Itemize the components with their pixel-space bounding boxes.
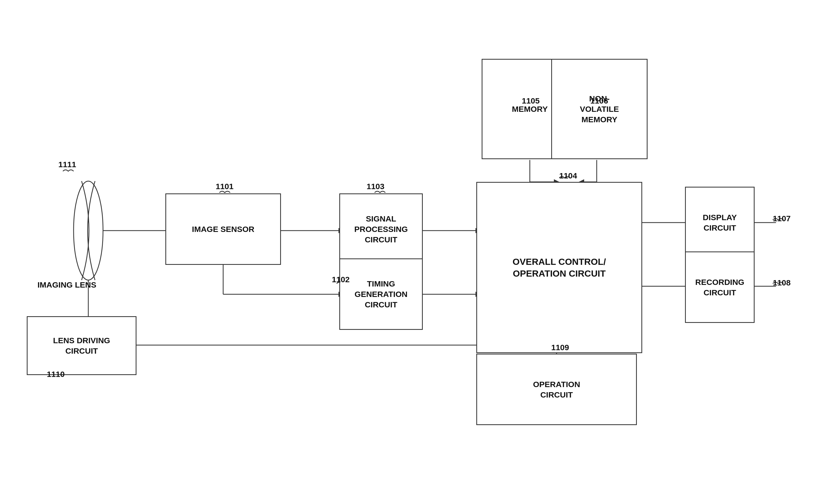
image-sensor-block: IMAGE SENSOR bbox=[165, 193, 281, 265]
ref-1110: 1110 bbox=[47, 370, 65, 379]
timing-generation-block: TIMING GENERATIONCIRCUIT bbox=[339, 258, 423, 330]
ref-1103: 1103 bbox=[367, 182, 385, 191]
ref-1101: 1101 bbox=[216, 182, 234, 191]
svg-point-0 bbox=[74, 181, 103, 280]
ref-1104: 1104 bbox=[559, 171, 577, 180]
non-volatile-memory-block: NON-VOLATILEMEMORY bbox=[551, 59, 647, 159]
display-circuit-block: DISPLAYCIRCUIT bbox=[685, 187, 754, 258]
ref-1106: 1106 bbox=[590, 96, 608, 105]
lens-driving-circuit-block: LENS DRIVINGCIRCUIT bbox=[27, 316, 137, 375]
overall-control-block: OVERALL CONTROL/OPERATION CIRCUIT bbox=[476, 182, 642, 353]
imaging-lens-label: IMAGING LENS bbox=[37, 280, 96, 289]
ref-1107: 1107 bbox=[773, 214, 791, 223]
ref-1105: 1105 bbox=[522, 96, 540, 105]
ref-1108: 1108 bbox=[773, 278, 791, 287]
ref-1109: 1109 bbox=[551, 343, 569, 352]
ref-1102: 1102 bbox=[332, 275, 350, 284]
recording-circuit-block: RECORDINGCIRCUIT bbox=[685, 251, 754, 323]
operation-circuit-block: OPERATIONCIRCUIT bbox=[476, 354, 637, 425]
diagram: IMAGING LENS 1111 IMAGE SENSOR 1101 SIGN… bbox=[0, 0, 837, 504]
ref-1111: 1111 bbox=[58, 160, 76, 169]
signal-processing-block: SIGNALPROCESSINGCIRCUIT bbox=[339, 193, 423, 265]
